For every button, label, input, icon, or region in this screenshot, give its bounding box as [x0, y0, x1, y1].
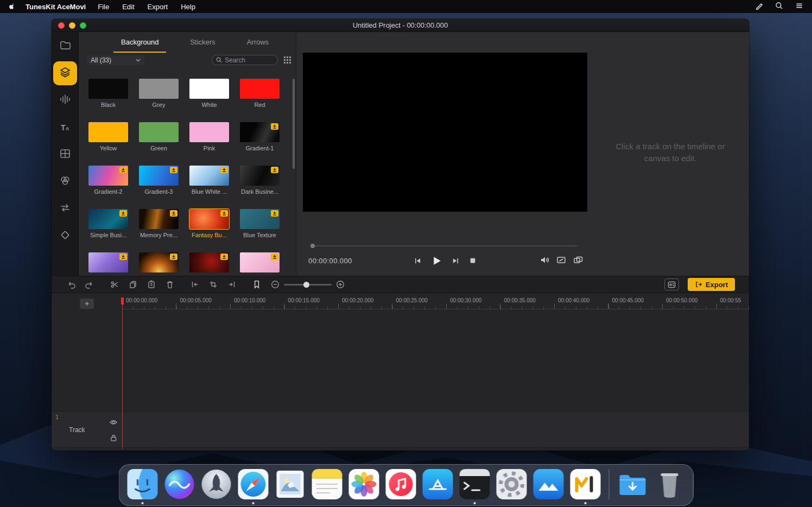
marker-button[interactable]	[251, 279, 262, 290]
tab-stickers[interactable]: Stickers	[182, 32, 223, 53]
export-button[interactable]: Export	[688, 278, 735, 291]
background-item-blue-white[interactable]: Blue White ...	[189, 166, 229, 195]
background-thumbnail[interactable]	[139, 252, 179, 272]
download-icon[interactable]	[119, 254, 127, 260]
panel-scrollbar[interactable]	[293, 79, 295, 169]
download-icon[interactable]	[220, 210, 228, 217]
download-icon[interactable]	[170, 167, 177, 173]
timeline-ruler[interactable]: 00:00:00.00000:00:05.00000:00:10.00000:0…	[122, 297, 749, 309]
dock-system-preferences-icon[interactable]	[496, 468, 528, 500]
minimize-button[interactable]	[69, 22, 75, 29]
background-item[interactable]	[240, 252, 280, 275]
next-frame-button[interactable]	[452, 257, 460, 265]
spotlight-search-icon[interactable]	[775, 2, 783, 11]
background-thumbnail[interactable]	[88, 209, 128, 229]
background-item[interactable]	[88, 252, 128, 275]
fit-screen-button[interactable]	[556, 255, 566, 267]
background-item-black[interactable]: Black	[88, 79, 128, 108]
background-thumbnail[interactable]	[139, 209, 179, 229]
menu-help[interactable]: Help	[181, 3, 195, 11]
volume-button[interactable]	[540, 255, 549, 267]
background-item-pink[interactable]: Pink	[189, 122, 229, 151]
trim-end-button[interactable]	[226, 279, 237, 290]
background-item-gradient-3[interactable]: Gradient-3	[139, 166, 179, 195]
sidebar-item-media[interactable]	[53, 34, 77, 58]
background-item-simple-busi[interactable]: Simple Busi...	[88, 209, 128, 238]
background-item-dark-busine[interactable]: Dark Busine...	[240, 166, 280, 195]
search-box[interactable]	[212, 55, 278, 65]
background-thumbnail[interactable]	[189, 79, 229, 99]
background-thumbnail[interactable]	[240, 252, 280, 272]
zoom-slider-handle[interactable]	[303, 282, 309, 288]
playhead-handle[interactable]	[121, 297, 124, 305]
background-thumbnail[interactable]	[139, 122, 179, 142]
dual-screen-button[interactable]	[573, 255, 583, 267]
background-item-blue-texture[interactable]: Blue Texture	[240, 209, 280, 238]
dock-app-store-icon[interactable]	[422, 468, 454, 500]
sidebar-item-split-screen[interactable]	[53, 143, 77, 167]
crop-button[interactable]	[208, 279, 219, 290]
background-thumbnail[interactable]	[88, 122, 128, 142]
search-input[interactable]	[225, 56, 274, 64]
download-icon[interactable]	[220, 254, 228, 260]
play-button[interactable]	[431, 255, 442, 267]
background-item-yellow[interactable]: Yellow	[88, 122, 128, 151]
paste-button[interactable]	[146, 279, 157, 290]
dock-photos-icon[interactable]	[348, 468, 380, 500]
download-icon[interactable]	[220, 167, 228, 173]
download-icon[interactable]	[271, 167, 278, 173]
visibility-toggle[interactable]	[109, 418, 118, 427]
download-icon[interactable]	[271, 210, 278, 217]
download-icon[interactable]	[271, 254, 278, 260]
download-icon[interactable]	[271, 123, 278, 130]
stop-button[interactable]	[469, 257, 477, 264]
title-bar[interactable]: Untitled Project - 00:00:00.000	[52, 19, 749, 32]
background-thumbnail[interactable]	[189, 166, 229, 186]
dock-finder-icon[interactable]	[127, 468, 158, 500]
export-settings-button[interactable]	[664, 278, 679, 290]
tab-arrows[interactable]: Arrows	[239, 32, 276, 53]
sidebar-item-text[interactable]: TA	[53, 116, 77, 140]
background-thumbnail[interactable]	[240, 79, 280, 99]
sidebar-item-audio[interactable]	[53, 88, 77, 112]
sidebar-item-elements[interactable]	[53, 224, 77, 248]
background-thumbnail[interactable]	[189, 209, 229, 229]
background-item-green[interactable]: Green	[139, 122, 179, 151]
video-canvas[interactable]	[303, 53, 587, 212]
previous-frame-button[interactable]	[414, 257, 422, 265]
dock-music-icon[interactable]	[385, 468, 417, 500]
background-item-grey[interactable]: Grey	[139, 79, 179, 108]
apple-menu[interactable]	[9, 3, 16, 11]
redo-button[interactable]	[84, 279, 95, 290]
timeline-track[interactable]: 1 Track	[52, 411, 749, 448]
background-item-gradient-1[interactable]: Gradient-1	[240, 122, 280, 151]
sidebar-item-filters[interactable]	[53, 170, 77, 194]
download-icon[interactable]	[170, 254, 177, 260]
dock-terminal-icon[interactable]	[459, 468, 491, 500]
background-item-fantasy-bu[interactable]: Fantasy Bu...	[189, 209, 229, 238]
sidebar-item-transitions[interactable]	[53, 197, 77, 221]
undo-button[interactable]	[66, 279, 77, 290]
background-thumbnail[interactable]	[139, 166, 179, 186]
dock-acemovi-icon[interactable]	[570, 468, 601, 500]
dock-safari-icon[interactable]	[238, 468, 269, 500]
copy-button[interactable]	[128, 279, 138, 290]
split-button[interactable]	[109, 279, 120, 290]
background-thumbnail[interactable]	[88, 166, 128, 186]
background-item-red[interactable]: Red	[240, 79, 280, 108]
tab-background[interactable]: Background	[113, 32, 166, 53]
notification-center-icon[interactable]	[795, 2, 803, 11]
zoom-in-button[interactable]	[335, 279, 346, 290]
menubar-app-name[interactable]: TunesKit AceMovi	[26, 3, 86, 11]
delete-button[interactable]	[164, 279, 175, 290]
dock-downloads-icon[interactable]	[617, 468, 649, 500]
background-thumbnail[interactable]	[189, 122, 229, 142]
download-icon[interactable]	[119, 167, 127, 173]
dock-notes-icon[interactable]	[312, 468, 343, 500]
background-item-memory-pre[interactable]: Memory Pre...	[139, 209, 179, 238]
playhead[interactable]	[122, 297, 123, 449]
background-item-gradient-2[interactable]: Gradient-2	[88, 166, 128, 195]
zoom-slider[interactable]	[284, 281, 332, 288]
close-button[interactable]	[58, 22, 65, 29]
seek-handle[interactable]	[310, 244, 315, 248]
